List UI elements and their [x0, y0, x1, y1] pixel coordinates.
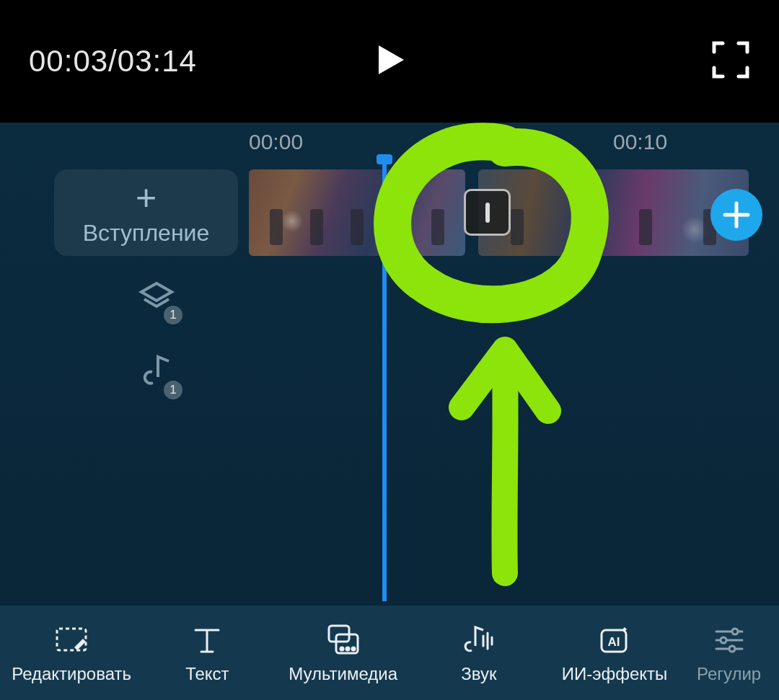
- video-clip[interactable]: [249, 169, 465, 256]
- svg-point-3: [340, 647, 343, 650]
- svg-rect-0: [57, 629, 86, 650]
- svg-point-5: [352, 647, 355, 650]
- tool-multimedia[interactable]: Мультимедиа: [275, 622, 410, 684]
- tool-label: Редактировать: [12, 664, 131, 684]
- plus-icon: [722, 200, 751, 229]
- ruler-tick: 00:10: [613, 130, 667, 154]
- music-track-button[interactable]: 1: [137, 353, 177, 395]
- ruler-tick: 00:: [433, 130, 463, 154]
- timeline-area[interactable]: 00:00 00: 00:10 + Вступление 1: [0, 123, 779, 606]
- sound-icon: [462, 623, 496, 657]
- ai-icon: AI: [597, 623, 632, 657]
- tool-label: Текст: [185, 664, 229, 684]
- fullscreen-icon: [711, 40, 750, 79]
- svg-text:AI: AI: [608, 635, 620, 649]
- svg-point-4: [346, 647, 349, 650]
- player-top-bar: 00:03/03:14: [0, 0, 779, 123]
- sliders-icon: [712, 623, 747, 657]
- playhead[interactable]: [382, 161, 387, 601]
- ruler-tick: 00:00: [249, 130, 303, 154]
- video-clip[interactable]: [478, 169, 749, 256]
- tool-label: Регулир: [697, 664, 761, 684]
- text-icon: [190, 623, 224, 657]
- add-intro-button[interactable]: + Вступление: [54, 169, 238, 256]
- clip-strip: [249, 169, 779, 256]
- tool-label: ИИ-эффекты: [562, 664, 668, 684]
- fullscreen-button[interactable]: [711, 40, 750, 82]
- bottom-toolbar: Редактировать Текст Мультимедиа: [0, 606, 779, 700]
- tool-ai-effects[interactable]: AI ИИ-эффекты: [547, 622, 682, 684]
- intro-label: Вступление: [83, 220, 210, 247]
- tool-label: Звук: [461, 664, 496, 684]
- tool-text[interactable]: Текст: [139, 622, 275, 684]
- tool-label: Мультимедиа: [289, 664, 397, 684]
- tool-adjust[interactable]: Регулир: [682, 622, 775, 684]
- play-icon: [371, 42, 408, 78]
- clip-transition-handle[interactable]: [464, 189, 511, 236]
- plus-icon: +: [136, 180, 157, 216]
- tool-sound[interactable]: Звук: [411, 622, 547, 684]
- music-badge: 1: [164, 381, 182, 399]
- layers-badge: 1: [164, 306, 182, 324]
- svg-point-10: [729, 646, 735, 652]
- playback-time: 00:03/03:14: [29, 44, 197, 79]
- svg-point-8: [732, 629, 738, 634]
- tool-edit[interactable]: Редактировать: [4, 622, 139, 684]
- layers-track-button[interactable]: 1: [137, 278, 177, 320]
- svg-point-9: [721, 637, 726, 643]
- multimedia-icon: [326, 623, 361, 657]
- add-clip-button[interactable]: [710, 189, 762, 241]
- edit-icon: [54, 623, 89, 657]
- play-button[interactable]: [371, 42, 408, 81]
